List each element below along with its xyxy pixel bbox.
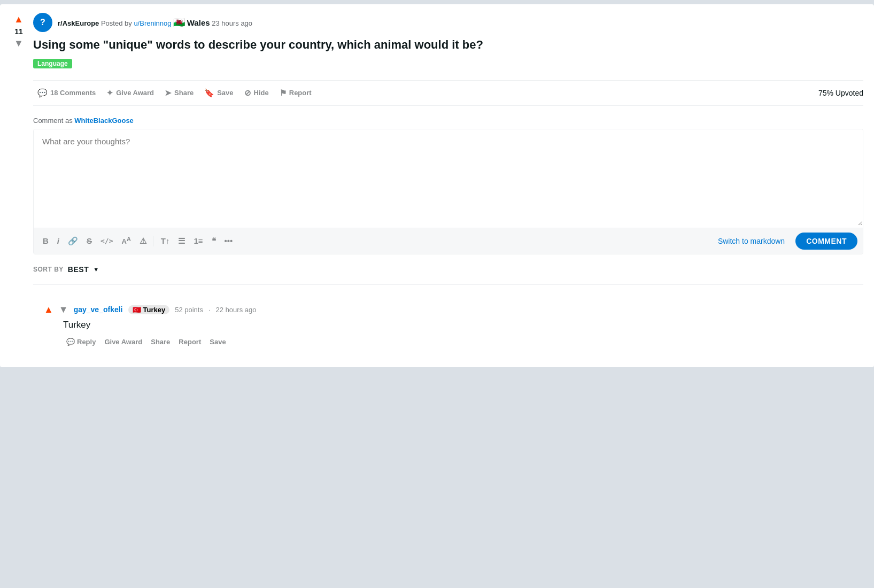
commenter-username[interactable]: WhiteBlackGoose <box>74 117 134 125</box>
upvote-percentage: 75% Upvoted <box>818 89 863 97</box>
sort-bar: SORT BY BEST ▼ <box>33 265 863 274</box>
sort-divider <box>33 284 863 285</box>
toolbar-link[interactable]: 🔗 <box>64 235 82 247</box>
toolbar-spoiler[interactable]: ⚠ <box>136 235 150 247</box>
toolbar-code[interactable]: </> <box>97 235 117 246</box>
comment-as-label: Comment as <box>33 117 73 125</box>
subreddit-name[interactable]: r/AskEurope <box>58 19 99 27</box>
upvote-button[interactable]: ▲ <box>11 13 27 26</box>
comments-list: ▲ ▼ gay_ve_ofkeli 🇹🇷 Turkey 52 points · … <box>33 296 863 357</box>
comment-time-ago: 22 hours ago <box>216 306 257 314</box>
save-label: Save <box>217 89 233 97</box>
share-icon: ➤ <box>165 88 172 98</box>
comment-flair: 🇹🇷 Turkey <box>128 305 170 314</box>
comment-share-button[interactable]: Share <box>148 336 173 348</box>
comment-share-label: Share <box>151 338 170 346</box>
reply-label: Reply <box>77 338 96 346</box>
report-icon: ⚑ <box>280 88 287 98</box>
post-card: ▲ 11 ▼ ? r/AskEurope Posted by u/Breninn… <box>0 4 874 367</box>
toolbar-blockquote[interactable]: ❝ <box>208 235 220 247</box>
comments-icon: 💬 <box>37 88 48 98</box>
toolbar-separator-1 <box>153 236 154 246</box>
hide-label: Hide <box>254 89 269 97</box>
comment-upvote-button[interactable]: ▲ <box>44 304 53 315</box>
comments-button[interactable]: 💬 18 Comments <box>33 85 100 101</box>
comment-points: 52 points <box>175 306 203 314</box>
hide-button[interactable]: ⊘ Hide <box>240 85 273 101</box>
page-wrapper: ▲ 11 ▼ ? r/AskEurope Posted by u/Breninn… <box>0 0 874 376</box>
toolbar-heading[interactable]: AA <box>118 234 135 247</box>
comment-item: ▲ ▼ gay_ve_ofkeli 🇹🇷 Turkey 52 points · … <box>33 296 863 357</box>
flair-country: Turkey <box>143 306 166 314</box>
toolbar-heading-btn[interactable]: T↑ <box>157 235 174 247</box>
comment-save-button[interactable]: Save <box>206 336 229 348</box>
share-label: Share <box>174 89 194 97</box>
comment-header: ▲ ▼ gay_ve_ofkeli 🇹🇷 Turkey 52 points · … <box>44 304 853 315</box>
comment-save-label: Save <box>210 338 226 346</box>
comment-reply-button[interactable]: 💬 Reply <box>63 336 99 348</box>
toolbar-strikethrough[interactable]: S <box>83 235 96 247</box>
toolbar-numbered-list[interactable]: 1≡ <box>190 235 206 247</box>
save-button[interactable]: 🔖 Save <box>200 85 237 101</box>
toolbar-bold[interactable]: B <box>39 235 52 247</box>
hide-icon: ⊘ <box>244 88 251 98</box>
post-actions: 💬 18 Comments ✦ Give Award ➤ Share 🔖 Sav… <box>33 80 863 106</box>
post-author[interactable]: u/Breninnog <box>134 19 171 27</box>
comment-time: · <box>208 306 211 314</box>
author-location: Wales <box>187 18 210 27</box>
post-meta: r/AskEurope Posted by u/Breninnog 🏴󠁧󠁢󠁷󠁬󠁳… <box>58 17 252 28</box>
sort-arrow-icon[interactable]: ▼ <box>93 266 99 273</box>
subreddit-logo: ? <box>33 13 52 32</box>
give-award-button[interactable]: ✦ Give Award <box>102 85 158 101</box>
give-award-label: Give Award <box>116 89 154 97</box>
comment-submit-button[interactable]: COMMENT <box>795 233 857 250</box>
author-flag: 🏴󠁧󠁢󠁷󠁬󠁳󠁿 <box>173 17 185 28</box>
comment-as-section: Comment as WhiteBlackGoose <box>33 117 863 125</box>
share-button[interactable]: ➤ Share <box>160 85 198 101</box>
markdown-switch-btn[interactable]: Switch to markdown <box>714 235 789 247</box>
comment-downvote-button[interactable]: ▼ <box>59 304 68 315</box>
sort-value[interactable]: BEST <box>68 265 89 274</box>
vote-count: 11 <box>14 27 23 36</box>
comment-body: Turkey <box>63 320 853 330</box>
post-content: ? r/AskEurope Posted by u/Breninnog 🏴󠁧󠁢󠁷… <box>33 13 863 357</box>
toolbar-more[interactable]: ••• <box>221 235 237 247</box>
save-icon: 🔖 <box>204 88 214 98</box>
post-header: ? r/AskEurope Posted by u/Breninnog 🏴󠁧󠁢󠁷… <box>33 13 863 32</box>
posted-by-label: Posted by <box>101 19 132 27</box>
comment-textarea[interactable] <box>34 129 863 226</box>
post-time: 23 hours ago <box>212 19 252 27</box>
post-title: Using some "unique" words to describe yo… <box>33 37 863 53</box>
flair-flag: 🇹🇷 <box>133 306 141 314</box>
comment-give-award-button[interactable]: Give Award <box>101 336 145 348</box>
downvote-button[interactable]: ▼ <box>11 37 27 50</box>
reply-icon: 💬 <box>66 338 75 346</box>
comments-label: 18 Comments <box>50 89 96 97</box>
post-flair[interactable]: Language <box>33 59 72 68</box>
comment-report-label: Report <box>179 338 201 346</box>
report-button[interactable]: ⚑ Report <box>275 85 316 101</box>
comment-actions: 💬 Reply Give Award Share Report <box>63 336 853 348</box>
toolbar-italic[interactable]: i <box>53 235 63 247</box>
editor-toolbar: B i 🔗 S </> AA ⚠ T↑ ☰ 1≡ ❝ ••• Switch to… <box>34 228 863 254</box>
award-icon: ✦ <box>106 88 113 98</box>
sort-label: SORT BY <box>33 266 64 273</box>
report-label: Report <box>289 89 312 97</box>
comment-award-label: Give Award <box>104 338 142 346</box>
comment-report-button[interactable]: Report <box>175 336 204 348</box>
comment-editor: B i 🔗 S </> AA ⚠ T↑ ☰ 1≡ ❝ ••• Switch to… <box>33 129 863 254</box>
comment-username[interactable]: gay_ve_ofkeli <box>74 305 123 314</box>
toolbar-bullet-list[interactable]: ☰ <box>174 235 189 247</box>
vote-column: ▲ 11 ▼ <box>11 13 27 50</box>
